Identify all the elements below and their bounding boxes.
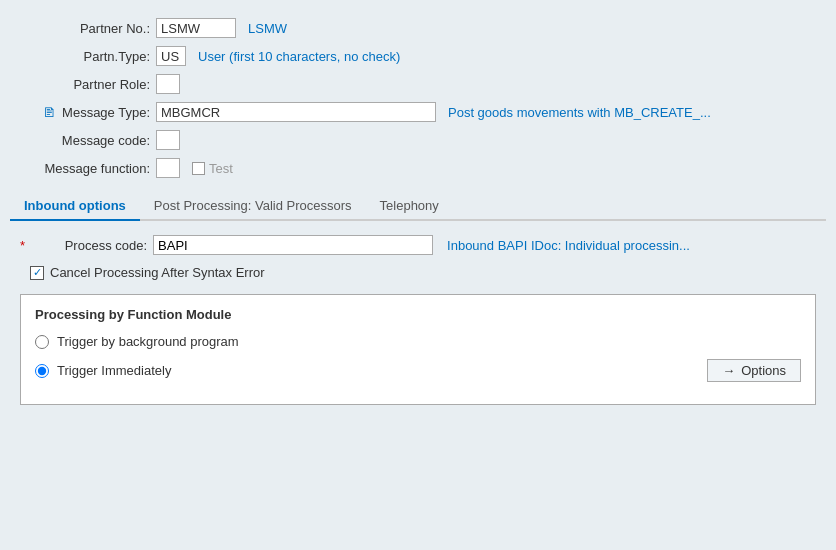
message-type-icon: 🖹 <box>43 105 56 120</box>
processing-section: Processing by Function Module Trigger by… <box>20 294 816 405</box>
radio-immediately-label: Trigger Immediately <box>57 363 171 378</box>
tab-telephony[interactable]: Telephony <box>366 192 453 221</box>
test-checkbox[interactable] <box>192 162 205 175</box>
partner-no-input[interactable] <box>156 18 236 38</box>
partner-no-label: Partner No.: <box>20 21 150 36</box>
radio-immediately-row: Trigger Immediately → Options <box>35 359 801 382</box>
partner-role-label: Partner Role: <box>20 77 150 92</box>
message-function-row: Message function: Test <box>10 158 826 178</box>
message-code-label: Message code: <box>20 133 150 148</box>
process-code-input[interactable] <box>153 235 433 255</box>
message-function-input[interactable] <box>156 158 180 178</box>
cancel-row: ✓ Cancel Processing After Syntax Error <box>30 265 816 280</box>
tab-content: * Process code: Inbound BAPI IDoc: Indiv… <box>10 221 826 415</box>
partn-type-row: Partn.Type: User (first 10 characters, n… <box>10 46 826 66</box>
message-function-label: Message function: <box>20 161 150 176</box>
tab-inbound[interactable]: Inbound options <box>10 192 140 221</box>
message-type-row: 🖹 Message Type: Post goods movements wit… <box>10 102 826 122</box>
options-btn-label: Options <box>741 363 786 378</box>
partner-no-hint: LSMW <box>248 21 287 36</box>
arrow-icon: → <box>722 363 735 378</box>
options-button[interactable]: → Options <box>707 359 801 382</box>
tab-post-processing[interactable]: Post Processing: Valid Processors <box>140 192 366 221</box>
radio-background-label: Trigger by background program <box>57 334 239 349</box>
process-code-label: Process code: <box>27 238 147 253</box>
radio-immediately[interactable] <box>35 364 49 378</box>
process-code-row: * Process code: Inbound BAPI IDoc: Indiv… <box>20 235 816 255</box>
test-label: Test <box>209 161 233 176</box>
required-star: * <box>20 238 25 253</box>
processing-title: Processing by Function Module <box>35 307 801 322</box>
partn-type-label: Partn.Type: <box>20 49 150 64</box>
radio-background[interactable] <box>35 335 49 349</box>
partner-role-row: Partner Role: <box>10 74 826 94</box>
partner-role-input[interactable] <box>156 74 180 94</box>
message-type-label: Message Type: <box>62 105 150 120</box>
form-section: Partner No.: LSMW Partn.Type: User (firs… <box>10 18 826 178</box>
tabs-container: Inbound options Post Processing: Valid P… <box>10 192 826 221</box>
partn-type-hint: User (first 10 characters, no check) <box>198 49 400 64</box>
main-container: Partner No.: LSMW Partn.Type: User (firs… <box>0 0 836 550</box>
partn-type-input[interactable] <box>156 46 186 66</box>
cancel-checkbox[interactable]: ✓ <box>30 266 44 280</box>
message-type-input[interactable] <box>156 102 436 122</box>
message-type-hint: Post goods movements with MB_CREATE_... <box>448 105 711 120</box>
test-checkbox-row: Test <box>192 161 233 176</box>
radio-background-row: Trigger by background program <box>35 334 801 349</box>
message-code-input[interactable] <box>156 130 180 150</box>
message-code-row: Message code: <box>10 130 826 150</box>
process-code-hint: Inbound BAPI IDoc: Individual processin.… <box>447 238 690 253</box>
partner-no-row: Partner No.: LSMW <box>10 18 826 38</box>
cancel-label: Cancel Processing After Syntax Error <box>50 265 265 280</box>
